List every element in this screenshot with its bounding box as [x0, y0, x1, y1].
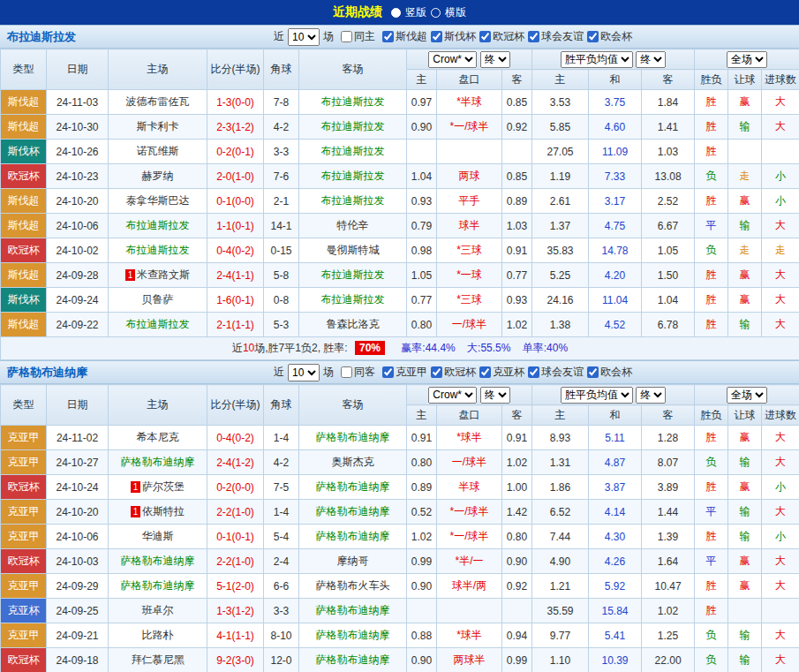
odds-home: 0.98 — [407, 238, 437, 263]
league-filter[interactable]: 球会友谊 — [528, 365, 584, 380]
odds-handicap: *球半 — [437, 426, 502, 450]
odds-home: 1.02 — [407, 525, 437, 549]
result-goals: 大 — [762, 90, 799, 115]
match-row: 欧冠杯24-10-02布拉迪斯拉发0-4(0-2)0-15曼彻斯特城0.98*三… — [1, 238, 799, 263]
home-team: 1萨尔茨堡 — [109, 475, 207, 500]
league-filter-checkbox[interactable] — [382, 31, 394, 42]
avg-draw: 10.39 — [589, 648, 642, 672]
result-goals: 小 — [762, 525, 799, 549]
avg-time-select[interactable]: 终 — [636, 51, 666, 68]
odds-group-header: Crow* 终 — [407, 49, 532, 70]
vertical-layout-radio[interactable] — [391, 8, 401, 18]
result-handicap: 输 — [728, 500, 762, 525]
match-date: 24-11-03 — [47, 90, 109, 115]
same-venue-filter[interactable]: 同主 — [341, 29, 375, 44]
league-filter-checkbox[interactable] — [479, 31, 491, 42]
col-odds-away: 客 — [502, 70, 532, 90]
home-team: 希本尼克 — [109, 426, 207, 450]
result-wdl: 胜 — [695, 140, 728, 164]
league-filter-checkbox[interactable] — [431, 31, 442, 42]
match-count-select[interactable]: 10 — [288, 28, 320, 46]
home-team: 泰拿华斯巴达 — [109, 189, 207, 214]
league-filter-checkbox[interactable] — [587, 31, 599, 42]
home-team: 比路朴 — [109, 623, 207, 648]
odds-time-select[interactable]: 终 — [480, 387, 510, 404]
league-filter[interactable]: 克亚杯 — [479, 365, 524, 380]
match-date: 24-09-21 — [47, 623, 109, 648]
league-filter-checkbox[interactable] — [587, 366, 599, 378]
corner-score: 3-3 — [264, 599, 299, 623]
col-goals: 进球数 — [762, 70, 799, 90]
match-score: 1-1(0-1) — [207, 214, 264, 238]
vertical-layout-label[interactable]: 竖版 — [405, 5, 426, 20]
league-filter[interactable]: 欧冠杯 — [431, 365, 476, 380]
avg-draw: 4.87 — [589, 450, 642, 475]
league-filter-checkbox[interactable] — [528, 31, 539, 42]
home-team: 班卓尔 — [109, 599, 207, 623]
league-filter-checkbox[interactable] — [382, 366, 394, 378]
match-row: 克亚甲24-09-29萨格勒布迪纳摩5-1(2-0)6-6萨格勒布火车头0.90… — [1, 574, 799, 599]
league-filter-checkbox[interactable] — [431, 366, 442, 378]
away-team-name: 鲁森比洛克 — [327, 318, 380, 330]
league-filter[interactable]: 欧会杯 — [587, 365, 632, 380]
odds-home: 0.89 — [407, 475, 437, 500]
match-date: 24-10-27 — [47, 450, 109, 475]
same-venue-filter[interactable]: 同客 — [341, 365, 375, 380]
result-handicap: 赢 — [728, 475, 762, 500]
league-filter[interactable]: 欧会杯 — [587, 29, 632, 44]
result-handicap: 赢 — [728, 288, 762, 313]
league-filter-checkbox[interactable] — [528, 366, 539, 378]
away-team: 萨格勒布迪纳摩 — [299, 623, 407, 648]
league-filter[interactable]: 斯伐杯 — [431, 29, 476, 44]
away-team: 萨格勒布迪纳摩 — [299, 599, 407, 623]
same-venue-checkbox[interactable] — [341, 366, 352, 378]
result-wdl: 胜 — [695, 599, 728, 623]
home-team: 1依斯特拉 — [109, 500, 207, 525]
avg-source-select[interactable]: 胜平负均值 — [561, 51, 633, 68]
result-handicap: 赢 — [728, 574, 762, 599]
odds-home: 0.90 — [407, 574, 437, 599]
win-rate-badge: 70% — [355, 341, 385, 355]
avg-home: 35.83 — [532, 238, 589, 263]
away-team: 布拉迪斯拉发 — [299, 140, 407, 164]
corner-score: 0-15 — [264, 238, 299, 263]
odds-handicap: 球半 — [437, 214, 502, 238]
avg-source-select[interactable]: 胜平负均值 — [561, 387, 633, 404]
horizontal-layout-radio[interactable] — [431, 8, 441, 18]
odds-source-select[interactable]: Crow* — [428, 387, 477, 404]
result-group-header: 全场 — [695, 385, 799, 405]
same-venue-checkbox[interactable] — [341, 31, 352, 42]
result-wdl: 胜 — [695, 525, 728, 549]
avg-home: 1.10 — [532, 648, 589, 672]
league-badge: 斯伐超 — [1, 90, 47, 115]
col-goals: 进球数 — [762, 405, 799, 426]
recent-matches-table: 类型 日期 主场 比分(半场) 角球 客场 Crow* 终 胜平负均值 终 — [0, 384, 799, 672]
odds-source-select[interactable]: Crow* — [428, 51, 477, 68]
scope-select[interactable]: 全场 — [727, 387, 767, 404]
avg-time-select[interactable]: 终 — [636, 387, 666, 404]
result-wdl: 负 — [695, 648, 728, 672]
league-badge: 克亚甲 — [1, 525, 47, 549]
away-team: 萨格勒布迪纳摩 — [299, 426, 407, 450]
odds-time-select[interactable]: 终 — [480, 51, 510, 68]
result-handicap: 输 — [728, 214, 762, 238]
horizontal-layout-label[interactable]: 横版 — [445, 5, 466, 20]
match-count-select[interactable]: 10 — [288, 364, 320, 381]
league-badge: 斯伐超 — [1, 313, 47, 337]
corner-score: 3-3 — [264, 140, 299, 164]
avg-home: 7.44 — [532, 525, 589, 549]
league-filter-checkbox[interactable] — [479, 366, 491, 378]
league-filter[interactable]: 克亚甲 — [382, 365, 427, 380]
scope-select[interactable]: 全场 — [727, 51, 767, 68]
avg-away: 1.64 — [642, 549, 695, 574]
league-badge: 斯伐杯 — [1, 140, 47, 164]
league-filter[interactable]: 欧冠杯 — [479, 29, 524, 44]
avg-draw: 4.60 — [589, 115, 642, 140]
league-filter[interactable]: 球会友谊 — [528, 29, 584, 44]
odds-handicap: *一/球半 — [437, 115, 502, 140]
match-rows: 斯伐超24-11-03波德布雷佐瓦1-3(0-0)7-8布拉迪斯拉发0.97*半… — [1, 90, 799, 337]
result-wdl: 平 — [695, 500, 728, 525]
league-filter[interactable]: 斯伐超 — [382, 29, 427, 44]
col-handicap: 盘口 — [437, 70, 502, 90]
match-score: 9-2(3-0) — [207, 648, 264, 672]
